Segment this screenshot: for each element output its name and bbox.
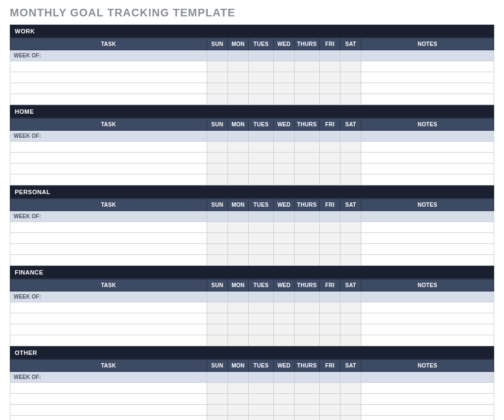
week-of-day-cell[interactable] bbox=[320, 211, 341, 222]
week-of-day-cell[interactable] bbox=[228, 291, 249, 302]
week-of-label[interactable]: WEEK OF: bbox=[10, 131, 207, 142]
week-of-day-cell[interactable] bbox=[320, 372, 341, 383]
day-cell[interactable] bbox=[228, 61, 249, 72]
day-cell[interactable] bbox=[228, 255, 249, 266]
notes-cell[interactable] bbox=[361, 405, 494, 416]
task-cell[interactable] bbox=[10, 142, 207, 153]
week-of-day-cell[interactable] bbox=[295, 50, 320, 61]
day-cell[interactable] bbox=[207, 383, 228, 394]
week-of-day-cell[interactable] bbox=[249, 50, 274, 61]
notes-cell[interactable] bbox=[361, 61, 494, 72]
day-cell[interactable] bbox=[207, 405, 228, 416]
week-of-day-cell[interactable] bbox=[274, 211, 295, 222]
day-cell[interactable] bbox=[320, 142, 341, 153]
day-cell[interactable] bbox=[295, 255, 320, 266]
task-cell[interactable] bbox=[10, 233, 207, 244]
day-cell[interactable] bbox=[295, 222, 320, 233]
week-of-notes-cell[interactable] bbox=[361, 50, 494, 61]
day-cell[interactable] bbox=[207, 94, 228, 105]
day-cell[interactable] bbox=[320, 164, 341, 174]
day-cell[interactable] bbox=[274, 164, 295, 174]
week-of-day-cell[interactable] bbox=[341, 50, 361, 61]
day-cell[interactable] bbox=[320, 153, 341, 164]
day-cell[interactable] bbox=[295, 335, 320, 346]
day-cell[interactable] bbox=[249, 255, 274, 266]
day-cell[interactable] bbox=[228, 244, 249, 255]
day-cell[interactable] bbox=[341, 383, 361, 394]
day-cell[interactable] bbox=[320, 313, 341, 324]
day-cell[interactable] bbox=[341, 222, 361, 233]
day-cell[interactable] bbox=[295, 416, 320, 421]
day-cell[interactable] bbox=[207, 233, 228, 244]
notes-cell[interactable] bbox=[361, 383, 494, 394]
notes-cell[interactable] bbox=[361, 142, 494, 153]
day-cell[interactable] bbox=[207, 324, 228, 335]
day-cell[interactable] bbox=[249, 83, 274, 94]
day-cell[interactable] bbox=[295, 394, 320, 405]
day-cell[interactable] bbox=[341, 174, 361, 185]
week-of-day-cell[interactable] bbox=[249, 211, 274, 222]
day-cell[interactable] bbox=[274, 416, 295, 421]
day-cell[interactable] bbox=[274, 405, 295, 416]
day-cell[interactable] bbox=[341, 83, 361, 94]
week-of-day-cell[interactable] bbox=[295, 372, 320, 383]
day-cell[interactable] bbox=[341, 233, 361, 244]
day-cell[interactable] bbox=[295, 302, 320, 313]
notes-cell[interactable] bbox=[361, 174, 494, 185]
notes-cell[interactable] bbox=[361, 255, 494, 266]
day-cell[interactable] bbox=[228, 83, 249, 94]
day-cell[interactable] bbox=[341, 72, 361, 83]
day-cell[interactable] bbox=[249, 164, 274, 174]
day-cell[interactable] bbox=[274, 142, 295, 153]
task-cell[interactable] bbox=[10, 405, 207, 416]
day-cell[interactable] bbox=[341, 164, 361, 174]
task-cell[interactable] bbox=[10, 174, 207, 185]
day-cell[interactable] bbox=[341, 313, 361, 324]
notes-cell[interactable] bbox=[361, 335, 494, 346]
day-cell[interactable] bbox=[249, 313, 274, 324]
day-cell[interactable] bbox=[295, 174, 320, 185]
day-cell[interactable] bbox=[249, 174, 274, 185]
day-cell[interactable] bbox=[274, 394, 295, 405]
day-cell[interactable] bbox=[249, 61, 274, 72]
day-cell[interactable] bbox=[207, 244, 228, 255]
day-cell[interactable] bbox=[249, 244, 274, 255]
notes-cell[interactable] bbox=[361, 394, 494, 405]
day-cell[interactable] bbox=[207, 61, 228, 72]
day-cell[interactable] bbox=[249, 335, 274, 346]
week-of-day-cell[interactable] bbox=[341, 372, 361, 383]
week-of-day-cell[interactable] bbox=[249, 372, 274, 383]
week-of-label[interactable]: WEEK OF: bbox=[10, 372, 207, 383]
week-of-notes-cell[interactable] bbox=[361, 131, 494, 142]
day-cell[interactable] bbox=[274, 222, 295, 233]
day-cell[interactable] bbox=[228, 302, 249, 313]
day-cell[interactable] bbox=[320, 94, 341, 105]
day-cell[interactable] bbox=[274, 61, 295, 72]
day-cell[interactable] bbox=[341, 416, 361, 421]
week-of-notes-cell[interactable] bbox=[361, 372, 494, 383]
day-cell[interactable] bbox=[228, 72, 249, 83]
day-cell[interactable] bbox=[320, 324, 341, 335]
week-of-day-cell[interactable] bbox=[274, 291, 295, 302]
task-cell[interactable] bbox=[10, 383, 207, 394]
notes-cell[interactable] bbox=[361, 222, 494, 233]
week-of-day-cell[interactable] bbox=[249, 131, 274, 142]
day-cell[interactable] bbox=[207, 153, 228, 164]
day-cell[interactable] bbox=[320, 244, 341, 255]
day-cell[interactable] bbox=[295, 383, 320, 394]
notes-cell[interactable] bbox=[361, 324, 494, 335]
week-of-day-cell[interactable] bbox=[207, 211, 228, 222]
task-cell[interactable] bbox=[10, 153, 207, 164]
day-cell[interactable] bbox=[341, 255, 361, 266]
day-cell[interactable] bbox=[295, 72, 320, 83]
day-cell[interactable] bbox=[320, 61, 341, 72]
day-cell[interactable] bbox=[249, 153, 274, 164]
day-cell[interactable] bbox=[249, 302, 274, 313]
task-cell[interactable] bbox=[10, 72, 207, 83]
day-cell[interactable] bbox=[295, 313, 320, 324]
day-cell[interactable] bbox=[228, 94, 249, 105]
day-cell[interactable] bbox=[249, 394, 274, 405]
day-cell[interactable] bbox=[320, 255, 341, 266]
week-of-day-cell[interactable] bbox=[274, 50, 295, 61]
day-cell[interactable] bbox=[228, 142, 249, 153]
